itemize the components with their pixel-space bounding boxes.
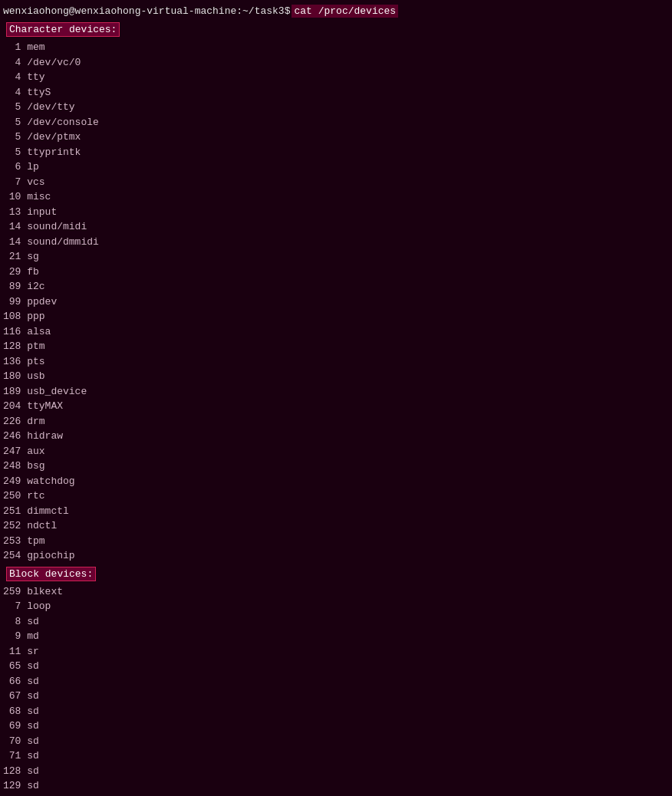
list-item: 4 tty <box>0 70 672 85</box>
block-devices-list: 259 blkext 7 loop 8 sd 9 md 11 sr 65 sd … <box>0 584 672 797</box>
list-item: 136 pts <box>0 354 672 370</box>
list-item: 251 dimmctl <box>0 504 672 519</box>
list-item: 248 bsg <box>0 459 672 474</box>
list-item: 14 sound/midi <box>0 219 672 235</box>
list-item: 99 ppdev <box>0 294 672 310</box>
list-item: 249 watchdog <box>0 474 672 489</box>
list-item: 6 lp <box>0 160 672 175</box>
list-item: 189 usb_device <box>0 384 672 400</box>
list-item: 4 /dev/vc/0 <box>0 55 672 71</box>
list-item: 7 vcs <box>0 175 672 190</box>
list-item: 13 input <box>0 205 672 220</box>
list-item: 116 alsa <box>0 324 672 340</box>
list-item: 67 sd <box>0 689 672 704</box>
prompt-line: wenxiaohong@wenxiaohong-virtual-machine:… <box>0 3 672 19</box>
list-item: 129 sd <box>0 778 672 794</box>
list-item: 66 sd <box>0 674 672 689</box>
list-item: 4 ttyS <box>0 85 672 100</box>
char-devices-list: 1 mem 4 /dev/vc/0 4 tty 4 ttyS 5 /dev/tt… <box>0 40 672 564</box>
list-item: 253 tpm <box>0 534 672 549</box>
list-item: 5 /dev/console <box>0 115 672 130</box>
char-devices-header: Character devices: <box>6 22 120 37</box>
list-item: 5 ttyprintk <box>0 145 672 160</box>
list-item: 14 sound/dmmidi <box>0 235 672 250</box>
block-header-container: Block devices: <box>0 564 672 584</box>
list-item: 259 blkext <box>0 584 672 600</box>
list-item: 89 i2c <box>0 279 672 294</box>
list-item: 9 md <box>0 629 672 644</box>
list-item: 5 /dev/tty <box>0 100 672 115</box>
list-item: 1 mem <box>0 40 672 55</box>
list-item: 69 sd <box>0 719 672 734</box>
list-item: 180 usb <box>0 369 672 384</box>
terminal-window: wenxiaohong@wenxiaohong-virtual-machine:… <box>0 0 672 796</box>
list-item: 8 sd <box>0 614 672 630</box>
list-item: 204 ttyMAX <box>0 399 672 414</box>
list-item: 128 ptm <box>0 339 672 354</box>
list-item: 254 gpiochip <box>0 548 672 564</box>
list-item: 246 hidraw <box>0 429 672 444</box>
list-item: 247 aux <box>0 444 672 459</box>
list-item: 226 drm <box>0 414 672 429</box>
list-item: 68 sd <box>0 704 672 719</box>
list-item: 29 fb <box>0 265 672 280</box>
list-item: 21 sg <box>0 249 672 265</box>
list-item: 252 ndctl <box>0 518 672 534</box>
prompt-user: wenxiaohong@wenxiaohong-virtual-machine:… <box>3 5 290 17</box>
list-item: 7 loop <box>0 599 672 614</box>
list-item: 11 sr <box>0 644 672 659</box>
list-item: 71 sd <box>0 748 672 764</box>
list-item: 10 misc <box>0 189 672 205</box>
list-item: 128 sd <box>0 764 672 779</box>
list-item: 250 rtc <box>0 488 672 504</box>
list-item: 130 sd <box>0 794 672 797</box>
char-header-container: Character devices: <box>0 19 672 40</box>
list-item: 108 ppp <box>0 309 672 324</box>
list-item: 5 /dev/ptmx <box>0 130 672 145</box>
list-item: 65 sd <box>0 659 672 674</box>
block-devices-header: Block devices: <box>6 567 96 581</box>
prompt-command: cat /proc/devices <box>292 5 398 18</box>
list-item: 70 sd <box>0 734 672 749</box>
